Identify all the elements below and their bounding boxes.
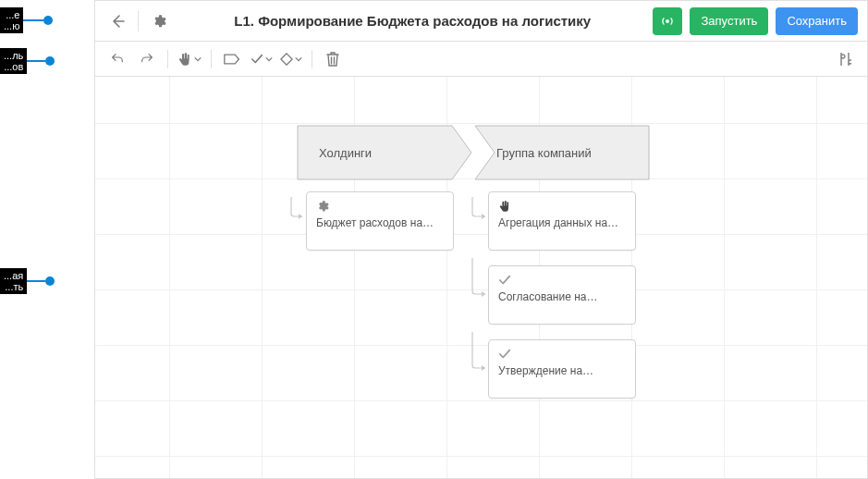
task-card-approval[interactable]: Согласование на… <box>488 265 636 325</box>
connector <box>280 197 308 225</box>
divider <box>211 50 212 68</box>
annotation-connector <box>27 280 45 282</box>
redo-icon <box>140 52 154 67</box>
annotation-connector <box>23 19 43 21</box>
shape-tool-button[interactable] <box>219 46 245 72</box>
diamond-icon <box>280 53 293 66</box>
pan-tool-dropdown[interactable] <box>176 48 203 70</box>
run-button[interactable]: Запустить <box>690 7 768 35</box>
check-icon <box>498 274 626 287</box>
page-title: L1. Формирование Бюджета расходов на лог… <box>179 13 645 29</box>
task-card-budget[interactable]: Бюджет расходов на… <box>306 191 454 251</box>
settings-sliders-button[interactable] <box>832 46 858 72</box>
settings-button[interactable] <box>146 8 172 34</box>
annotation-dot <box>45 56 55 66</box>
app-frame: L1. Формирование Бюджета расходов на лог… <box>94 0 868 479</box>
diamond-tool-dropdown[interactable] <box>278 49 304 69</box>
annotation-connector <box>27 60 45 62</box>
connector <box>459 197 491 225</box>
arrow-left-icon <box>110 14 125 29</box>
save-button[interactable]: Сохранить <box>776 7 858 35</box>
toolbar <box>95 42 867 77</box>
undo-button[interactable] <box>104 46 130 72</box>
check-tool-dropdown[interactable] <box>249 49 275 69</box>
check-icon <box>251 53 263 66</box>
annotation-label: ...е ...ю <box>0 7 23 33</box>
stage-holdings[interactable]: Холдинги <box>297 125 472 180</box>
task-label: Агрегация данных на… <box>498 216 626 229</box>
hand-icon <box>177 52 192 67</box>
task-card-confirmation[interactable]: Утверждение на… <box>488 339 636 399</box>
trash-icon <box>326 52 339 67</box>
connector <box>459 258 491 302</box>
delete-button[interactable] <box>320 46 346 72</box>
gear-icon <box>316 200 444 213</box>
connector <box>459 332 491 376</box>
save-button-label: Сохранить <box>787 14 847 28</box>
undo-icon <box>110 52 125 67</box>
broadcast-icon <box>660 14 675 29</box>
task-label: Утверждение на… <box>498 364 626 377</box>
task-label: Бюджет расходов на… <box>316 216 444 229</box>
annotation-label: ...ая ...ть <box>0 268 27 294</box>
chevron-down-icon <box>194 55 202 63</box>
redo-button[interactable] <box>134 46 160 72</box>
task-label: Согласование на… <box>498 290 626 303</box>
workflow-canvas[interactable]: Холдинги Группа компаний <box>95 77 867 478</box>
gear-icon <box>152 14 166 29</box>
divider <box>312 50 312 68</box>
back-button[interactable] <box>104 8 130 34</box>
run-button-label: Запустить <box>701 14 757 28</box>
divider <box>167 50 168 68</box>
stage-shape-icon <box>224 53 240 66</box>
task-card-aggregation[interactable]: Агрегация данных на… <box>488 191 636 251</box>
stage-label: Холдинги <box>319 146 372 160</box>
chevron-down-icon <box>295 55 302 63</box>
stage-group[interactable]: Группа компаний <box>474 125 650 180</box>
hand-icon <box>498 200 626 213</box>
stage-label: Группа компаний <box>496 146 592 160</box>
annotation-label: ...ль ...ов <box>0 48 27 74</box>
sliders-icon <box>838 52 851 67</box>
check-icon <box>498 348 626 361</box>
run-icon-button[interactable] <box>653 7 682 35</box>
divider <box>138 11 139 31</box>
annotation-dot <box>43 16 53 25</box>
header-bar: L1. Формирование Бюджета расходов на лог… <box>95 1 867 42</box>
annotation-dot <box>45 276 55 286</box>
chevron-down-icon <box>265 55 273 63</box>
